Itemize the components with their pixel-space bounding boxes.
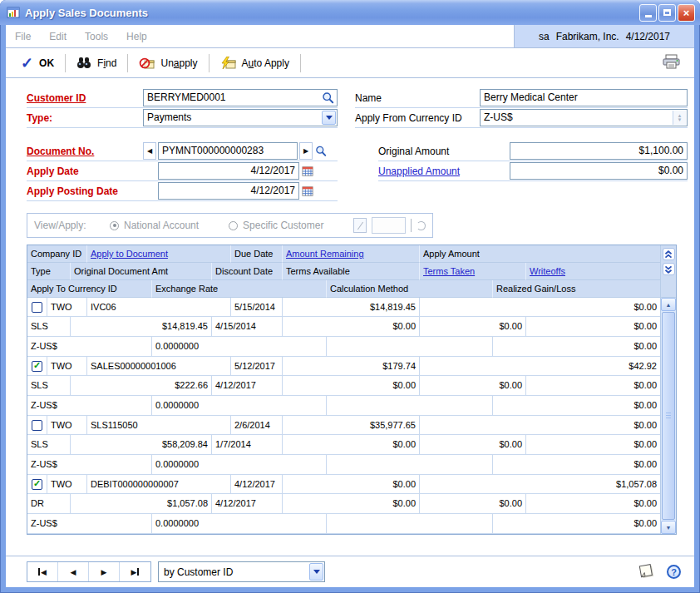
document-no-label[interactable]: Document No.	[27, 146, 141, 157]
document-row-group: TWO SLS115050 2/6/2014 $35,977.65 $0.00 …	[27, 415, 660, 475]
checkbox-icon[interactable]	[32, 420, 42, 431]
note-icon	[637, 563, 657, 581]
menu-tools[interactable]: Tools	[76, 31, 117, 42]
cell-writeoffs[interactable]: $0.00	[526, 494, 660, 514]
cell-writeoffs[interactable]: $0.00	[526, 376, 660, 396]
unapplied-amount-link[interactable]: Unapplied Amount	[378, 166, 510, 177]
cell-writeoffs[interactable]: $0.00	[526, 435, 660, 455]
menu-file[interactable]: File	[6, 31, 40, 42]
header-amount-remaining-link[interactable]: Amount Remaining	[283, 245, 420, 263]
cell-company-id: TWO	[47, 357, 87, 376]
row-checkbox-cell[interactable]	[27, 357, 47, 376]
apply-posting-date-input[interactable]: 4/12/2017	[158, 182, 299, 200]
row-checkbox-cell[interactable]	[27, 475, 47, 494]
toolbar-separator	[209, 54, 210, 72]
view-apply-bar: View/Apply: National Account Specific Cu…	[27, 213, 433, 238]
scroll-down-button[interactable]: ▼	[661, 521, 676, 534]
cell-apply-amount[interactable]: $0.00	[420, 416, 660, 435]
next-record-button[interactable]: ▶	[89, 562, 120, 581]
toolbar-separator	[65, 54, 66, 72]
right-arrow-icon: ▶	[131, 568, 137, 576]
cell-company-id: TWO	[47, 416, 87, 435]
previous-document-button[interactable]: ◀	[143, 142, 156, 160]
cell-amount-remaining: $179.74	[283, 357, 420, 376]
previous-record-button[interactable]: ◀	[58, 562, 89, 581]
document-row-group: TWO IVC06 5/15/2014 $14,819.45 $0.00 SLS…	[27, 297, 660, 357]
apply-date-calendar-button[interactable]	[301, 162, 314, 180]
toolbar-separator	[300, 54, 301, 72]
cell-apply-amount[interactable]: $42.92	[420, 357, 660, 376]
expand-rows-button[interactable]	[663, 263, 675, 275]
cell-terms-taken[interactable]: $0.00	[420, 317, 526, 337]
type-dropdown-button[interactable]	[322, 111, 336, 125]
sort-by-dropdown[interactable]: by Customer ID	[158, 561, 325, 582]
minimize-button[interactable]	[639, 4, 657, 22]
menu-edit[interactable]: Edit	[40, 31, 76, 42]
header-original-document-amt: Original Document Amt	[71, 263, 212, 280]
grid-scrollbar[interactable]: ▲ ▼	[661, 298, 676, 534]
scroll-up-button[interactable]: ▲	[661, 298, 676, 311]
print-button[interactable]	[662, 54, 686, 72]
apply-posting-date-row: Apply Posting Date 4/12/2017	[27, 181, 338, 201]
unapply-button[interactable]: Unapply	[132, 53, 204, 73]
checkbox-icon[interactable]	[32, 479, 42, 490]
cell-terms-available: $0.00	[283, 494, 420, 514]
cell-apply-to-currency-id: Z-US$	[27, 396, 152, 416]
cell-due-date: 2/6/2014	[231, 416, 283, 435]
row-checkbox-cell[interactable]	[27, 298, 47, 317]
row-checkbox-cell[interactable]	[27, 416, 47, 435]
customer-id-input[interactable]: BERRYMED0001	[143, 89, 338, 106]
calendar-icon	[302, 185, 313, 197]
apply-posting-date-calendar-button[interactable]	[301, 182, 314, 200]
checkbox-icon[interactable]	[32, 302, 42, 313]
note-button[interactable]	[637, 563, 657, 581]
cell-amount-remaining: $14,819.45	[283, 298, 420, 317]
header-writeoffs-link[interactable]: Writeoffs	[526, 263, 660, 280]
document-no-input[interactable]: PYMNT000000000283	[158, 142, 298, 160]
ok-button[interactable]: ✓ OK	[14, 53, 61, 73]
cell-writeoffs[interactable]: $0.00	[526, 317, 660, 337]
cell-type: SLS	[27, 435, 71, 455]
scrollbar-thumb[interactable]	[662, 312, 675, 520]
header-type: Type	[27, 263, 71, 280]
cell-terms-taken[interactable]: $0.00	[420, 494, 526, 514]
cell-original-document-amt: $14,819.45	[71, 317, 212, 337]
header-apply-to-document-link[interactable]: Apply to Document	[87, 245, 231, 263]
cell-terms-taken[interactable]: $0.00	[420, 376, 526, 396]
cell-calculation-method	[327, 337, 493, 357]
maximize-button[interactable]	[658, 4, 676, 22]
specific-customer-option: Specific Customer	[229, 220, 323, 231]
find-button[interactable]: Find	[70, 53, 123, 72]
document-lookup-button[interactable]	[314, 142, 328, 160]
help-button[interactable]: ?	[667, 565, 681, 579]
checkbox-icon[interactable]	[32, 361, 42, 372]
cell-apply-amount[interactable]: $0.00	[420, 298, 660, 317]
unapplied-amount-value: $0.00	[510, 162, 688, 180]
header-terms-taken-link[interactable]: Terms Taken	[420, 263, 526, 280]
type-label: Type:	[27, 112, 143, 124]
close-button[interactable]: ×	[678, 4, 695, 22]
last-record-button[interactable]: ▶	[120, 562, 150, 581]
maximize-icon	[663, 9, 671, 16]
window-content: Customer ID BERRYMED0001 Type: Payments	[6, 78, 694, 556]
cell-original-document-amt: $1,057.08	[71, 494, 212, 514]
next-document-button[interactable]: ▶	[299, 142, 313, 160]
cell-apply-amount[interactable]: $1,057.08	[420, 475, 660, 494]
customer-lookup-button[interactable]	[320, 91, 336, 105]
cell-exchange-rate: 0.0000000	[152, 337, 327, 357]
apply-date-label: Apply Date	[27, 166, 156, 177]
auto-apply-button[interactable]: Auto Apply	[214, 53, 296, 73]
sort-dropdown-button[interactable]	[309, 563, 323, 581]
down-arrow-icon: ▼	[666, 525, 672, 531]
cell-terms-taken[interactable]: $0.00	[420, 435, 526, 455]
menu-help[interactable]: Help	[117, 31, 156, 42]
customer-id-label[interactable]: Customer ID	[27, 92, 143, 104]
cell-due-date: 4/12/2017	[231, 475, 283, 494]
collapse-rows-button[interactable]	[663, 248, 675, 260]
cell-type: SLS	[27, 317, 71, 337]
apply-date-input[interactable]: 4/12/2017	[158, 162, 299, 180]
first-record-button[interactable]: ◀	[27, 562, 58, 581]
disabled-expansion-button	[353, 218, 367, 233]
type-dropdown[interactable]: Payments	[143, 109, 338, 126]
magnifier-icon	[315, 145, 327, 157]
